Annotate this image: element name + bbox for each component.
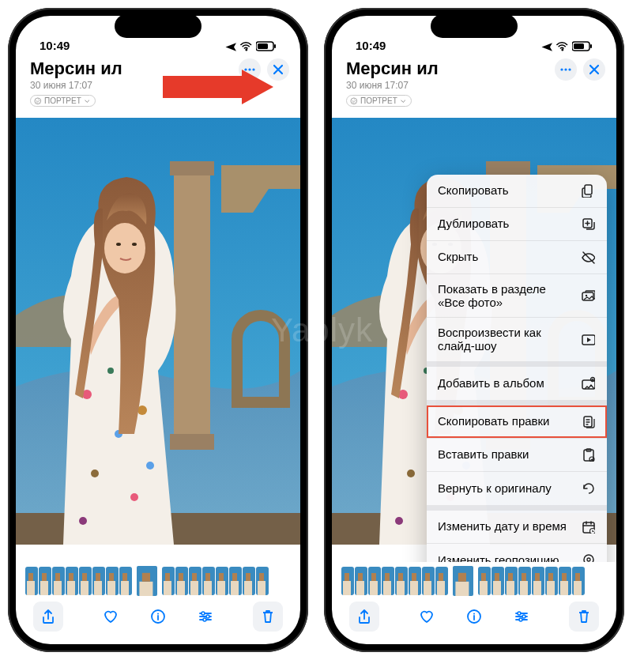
copy-edits-icon: [580, 414, 596, 428]
screen: 10:49 62 Мерсин ил 30 июня 17:07 ПОРТРЕТ: [16, 16, 300, 644]
thumb-selected[interactable]: [452, 565, 474, 597]
edit-button[interactable]: [190, 602, 220, 632]
duplicate-icon: [580, 217, 596, 231]
thumb[interactable]: [382, 567, 394, 595]
thumb[interactable]: [39, 567, 51, 595]
menu-label: Воспроизвести как слайд-шоу: [438, 326, 580, 353]
thumb-selected[interactable]: [136, 565, 158, 597]
airplane-icon: [224, 41, 237, 52]
calendar-icon: [580, 519, 596, 534]
context-menu: Скопировать Дублировать Скрыть Показать …: [427, 175, 607, 563]
menu-item-copy[interactable]: Скопировать: [427, 175, 607, 208]
menu-item-hide[interactable]: Скрыть: [427, 241, 607, 274]
play-icon: [580, 332, 596, 346]
heart-icon: [419, 609, 435, 624]
menu-item-revert[interactable]: Вернуть к оригиналу: [427, 472, 607, 505]
portrait-tag[interactable]: ПОРТРЕТ: [346, 95, 412, 107]
menu-item-paste-edits[interactable]: Вставить правки: [427, 439, 607, 472]
menu-item-edit-location[interactable]: Изменить геопозицию: [427, 544, 607, 563]
thumb[interactable]: [395, 567, 408, 595]
favorite-button[interactable]: [96, 602, 126, 632]
menu-label: Дублировать: [438, 217, 515, 230]
menu-label: Вернуть к оригиналу: [438, 481, 558, 495]
thumb[interactable]: [162, 567, 175, 595]
delete-button[interactable]: [253, 602, 283, 632]
menu-item-slideshow[interactable]: Воспроизвести как слайд-шоу: [427, 318, 607, 361]
photo-viewer[interactable]: [16, 118, 300, 563]
thumb[interactable]: [216, 567, 228, 595]
thumb[interactable]: [505, 567, 518, 595]
close-button[interactable]: [583, 58, 605, 81]
wifi-icon: [240, 41, 253, 52]
menu-item-add-album[interactable]: Добавить в альбом: [427, 367, 607, 400]
sliders-icon: [514, 609, 529, 624]
battery-percent: 62: [575, 43, 583, 51]
thumb[interactable]: [229, 567, 242, 595]
photo-viewer[interactable]: Скопировать Дублировать Скрыть Показать …: [332, 118, 616, 563]
page-title: Мерсин ил: [30, 58, 239, 79]
thumb[interactable]: [409, 567, 421, 595]
page-title: Мерсин ил: [346, 58, 555, 79]
menu-item-copy-edits[interactable]: Скопировать правки: [427, 405, 607, 439]
thumb[interactable]: [341, 567, 354, 595]
thumb[interactable]: [106, 567, 119, 595]
thumb[interactable]: [422, 567, 435, 595]
screen: 10:49 62 Мерсин ил 30 июня 17:07 ПОРТРЕТ: [332, 16, 616, 644]
thumb[interactable]: [79, 567, 92, 595]
wifi-icon: [556, 41, 569, 52]
thumb[interactable]: [243, 567, 255, 595]
close-icon: [271, 62, 285, 77]
trash-icon: [260, 609, 276, 624]
phone-left: 10:49 62 Мерсин ил 30 июня 17:07 ПОРТРЕТ: [8, 8, 308, 652]
header: Мерсин ил 30 июня 17:07 ПОРТРЕТ: [16, 54, 300, 113]
revert-icon: [580, 481, 596, 496]
thumb[interactable]: [532, 567, 544, 595]
close-icon: [587, 62, 601, 77]
photo-image: [16, 118, 300, 545]
portrait-tag[interactable]: ПОРТРЕТ: [30, 95, 96, 107]
info-button[interactable]: [143, 602, 173, 632]
more-icon: [559, 63, 573, 76]
edit-button[interactable]: [507, 602, 537, 632]
more-button[interactable]: [555, 58, 577, 81]
thumb[interactable]: [92, 567, 105, 595]
page-subtitle: 30 июня 17:07: [346, 80, 555, 91]
thumb[interactable]: [435, 567, 448, 595]
thumb[interactable]: [66, 567, 78, 595]
battery-percent: 62: [259, 43, 267, 51]
aperture-icon: [350, 97, 358, 105]
menu-label: Скопировать правки: [438, 414, 555, 428]
menu-item-show-in-all[interactable]: Показать в разделе «Все фото»: [427, 274, 607, 319]
favorite-button[interactable]: [412, 602, 442, 632]
thumb[interactable]: [355, 567, 367, 595]
bottom-toolbar: [332, 597, 616, 644]
more-button[interactable]: [239, 58, 261, 81]
thumb[interactable]: [478, 567, 491, 595]
delete-button[interactable]: [569, 602, 599, 632]
share-icon: [40, 609, 56, 624]
thumb[interactable]: [559, 567, 571, 595]
share-button[interactable]: [349, 602, 379, 632]
thumb[interactable]: [202, 567, 215, 595]
thumb[interactable]: [518, 567, 531, 595]
header: Мерсин ил 30 июня 17:07 ПОРТРЕТ: [332, 54, 616, 113]
thumb[interactable]: [189, 567, 201, 595]
menu-label: Скопировать: [438, 183, 515, 197]
thumb[interactable]: [572, 567, 585, 595]
thumbnail-strip[interactable]: [332, 562, 616, 597]
thumb[interactable]: [119, 567, 132, 595]
thumb[interactable]: [175, 567, 188, 595]
thumb[interactable]: [52, 567, 65, 595]
thumb[interactable]: [491, 567, 504, 595]
close-button[interactable]: [267, 58, 289, 81]
menu-item-edit-date[interactable]: Изменить дату и время: [427, 511, 607, 544]
info-button[interactable]: [459, 602, 489, 632]
menu-item-duplicate[interactable]: Дублировать: [427, 208, 607, 241]
share-button[interactable]: [33, 602, 63, 632]
thumb[interactable]: [545, 567, 558, 595]
thumb[interactable]: [368, 567, 381, 595]
trash-icon: [576, 609, 592, 624]
thumb[interactable]: [256, 567, 269, 595]
thumb[interactable]: [25, 567, 38, 595]
thumbnail-strip[interactable]: [16, 562, 300, 597]
